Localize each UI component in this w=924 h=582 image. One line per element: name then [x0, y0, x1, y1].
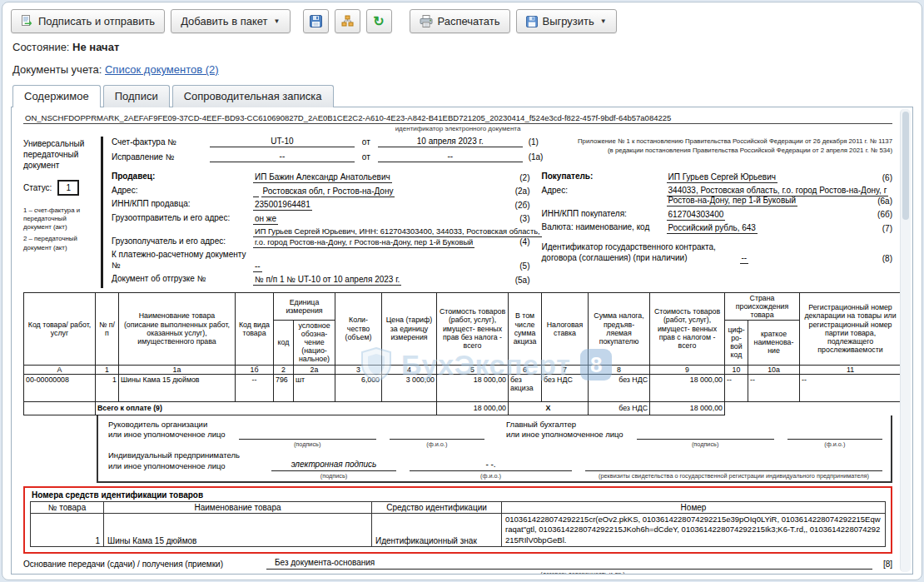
col-header-unit-code: код [274, 321, 294, 366]
accountant-signature-group: Главный бухгалтер или иное уполномоченно… [506, 420, 882, 449]
form-header: Универсальный передаточный документ Стат… [23, 137, 892, 288]
accountant-label-line2: или иное уполномоченное лицо [506, 430, 623, 439]
tab-cover-note-label: Сопроводительная записка [184, 90, 322, 102]
invoice-date-value: 10 апреля 2023 г. [378, 137, 523, 147]
accounting-docs-label: Документы учета: [12, 63, 102, 76]
col-header-country-code: циф- ро- вой код [725, 321, 748, 366]
save-button[interactable] [303, 9, 329, 33]
status-label: Состояние: [12, 41, 69, 53]
buyer-address-line2: Ростов-на-Дону, пер 1-й Буковый [667, 196, 797, 206]
buyer-address-label: Адрес: [542, 186, 667, 197]
seller-address-empty-line [253, 187, 259, 197]
totals-x: X [509, 401, 589, 415]
form-footer: Основание передачи (сдачи) / получения (… [23, 558, 892, 575]
col-header-excise: В том числе сумма акциза [509, 292, 542, 365]
cell-country-name: -- [748, 374, 800, 401]
seller-inn-row: ИНН/КПП продавца: 235001964481 (2б) [112, 199, 530, 211]
add-to-package-label: Добавить в пакет [181, 15, 267, 27]
entrepreneur-sign-line: электронная подпись (подпись) [271, 460, 396, 480]
form-type-block: Универсальный передаточный документ Стат… [23, 137, 103, 288]
consignee-value-line2: г.о. город Ростов-на-Дону, г Ростов-на-Д… [253, 238, 474, 248]
tab-cover-note[interactable]: Сопроводительная записка [172, 85, 334, 107]
registration-details-caption: (реквизиты свидетельства о государственн… [585, 472, 882, 480]
col-header-cost-with-tax: Стоимость товаров (работ, услуг), имущес… [650, 292, 725, 365]
cell-cost-with-tax: 18 000,00 [650, 374, 725, 401]
letter-6: 6 [509, 365, 542, 374]
col-header-unit-symbol: условное обозна- чение (нацио- нальное) [294, 321, 335, 366]
status-note-1: 1 – счет-фактура и передаточный документ… [23, 206, 95, 231]
currency-row: Валюта: наименование, код Российский руб… [542, 222, 892, 234]
chevron-down-icon: ▼ [274, 17, 281, 25]
marking-col-item-no: № товара [31, 502, 104, 514]
invoice-number-value: UT-10 [210, 137, 355, 147]
signature-caption: (подпись) [637, 440, 774, 448]
vertical-scrollbar[interactable] [900, 109, 911, 572]
letter-8: 8 [589, 365, 650, 374]
marking-table: № товара Наименование товара Средство ид… [30, 501, 886, 547]
tab-content[interactable]: Содержимое [12, 85, 101, 107]
refresh-icon: ↻ [373, 15, 384, 28]
document-list-link[interactable]: Список документов (2) [105, 63, 219, 76]
cell-country-code: -- [725, 374, 748, 401]
form-status-notes: 1 – счет-фактура и передаточный документ… [23, 206, 95, 252]
export-label: Выгрузить [543, 15, 594, 27]
gov-contract-label: Идентификатор государственного контракта… [542, 241, 740, 264]
buyer-address-tag: (6а) [871, 196, 892, 206]
seller-row: Продавец: ИП Бажин Александр Анатольевич… [112, 172, 530, 183]
marking-numbers-value: 0103614228074292215cr(eOv2.pkKS, 0103614… [502, 514, 886, 547]
shipment-doc-label: Документ об отгрузке № [112, 274, 253, 286]
currency-label: Валюта: наименование, код [542, 222, 667, 234]
seller-address-tag: (2а) [509, 187, 530, 196]
form-status-label: Статус: [23, 183, 52, 192]
accountant-sign-blank [637, 428, 774, 440]
consignor-row: Грузоотправитель и его адрес: он же (3) [112, 213, 530, 225]
marking-col-means: Средство идентификации [372, 502, 502, 514]
correction-number-value: -- [210, 152, 355, 162]
refresh-button[interactable]: ↻ [366, 9, 392, 33]
print-label: Распечатать [438, 15, 500, 27]
registration-details-blank [585, 460, 882, 471]
cell-price: 3 000,00 [382, 374, 437, 401]
marking-identification-section: Номера средств идентификации товаров № т… [23, 486, 892, 554]
buyer-inn-label: ИНН/КПП покупателя: [542, 209, 667, 221]
print-button[interactable]: Распечатать [410, 9, 510, 33]
totals-cost-with-tax: 18 000,00 [650, 401, 725, 415]
consignee-label: Грузополучатель и его адрес: [112, 236, 253, 248]
structure-button[interactable] [335, 9, 360, 33]
status-note-2: 2 – передаточный документ (акт) [23, 235, 95, 251]
marking-title: Номера средств идентификации товаров [32, 490, 886, 500]
tab-signatures[interactable]: Подписи [103, 85, 170, 107]
col-header-price: Цена (тариф) за единицу измерения [382, 292, 437, 365]
consignee-row: Грузополучатель и его адрес: ИП Гурьев С… [112, 226, 530, 247]
head-label-line1: Руководитель организации [108, 420, 207, 429]
col-header-reg-number: Регистрационный номер декларации на това… [800, 292, 902, 365]
column-letters-row: А 1 1а 1б 2 2а 3 4 5 6 7 8 9 10 10а 11 [24, 365, 902, 374]
correction-from-label: от [355, 152, 378, 162]
floppy-export-icon [526, 16, 538, 27]
transfer-basis-caption: (договор; доверенность и др.) [273, 570, 892, 575]
col-header-unit: Единица измерения [274, 292, 335, 320]
totals-tax: без НДС [589, 401, 650, 415]
marking-header-row: № товара Наименование товара Средство ид… [31, 502, 886, 514]
correction-number-row: Исправление № -- от -- (1а) [112, 152, 552, 162]
add-to-package-button[interactable]: Добавить в пакет ▼ [171, 9, 290, 33]
registration-details-line: (реквизиты свидетельства о государственн… [585, 460, 882, 480]
entrepreneur-fio-line: - -. (ф.и.о.) [410, 460, 572, 480]
seller-label: Продавец: [112, 172, 253, 183]
totals-row: Всего к оплате (9) 18 000,00 X без НДС 1… [24, 401, 902, 415]
sign-and-send-button[interactable]: Подписать и отправить [11, 9, 165, 33]
head-sign-line: (подпись) [239, 428, 376, 448]
letter-5: 5 [437, 365, 509, 374]
cell-unit-code: 796 [274, 374, 294, 401]
transfer-basis-tag: [8] [872, 560, 892, 570]
cell-name: Шины Кама 15 дюймов [119, 374, 236, 401]
floppy-disk-icon [310, 15, 322, 27]
invoice-rows: Счет-фактура № UT-10 от 10 апреля 2023 г… [112, 137, 557, 167]
export-button[interactable]: Выгрузить ▼ [516, 9, 617, 33]
marking-col-number: Номер [502, 502, 886, 514]
form-title: Универсальный передаточный документ [23, 138, 95, 171]
seller-tag: (2) [509, 173, 530, 183]
scrollbar-thumb[interactable] [902, 112, 909, 220]
seller-value: ИП Бажин Александр Анатольевич [253, 172, 392, 183]
letter-2a: 2а [294, 365, 335, 374]
